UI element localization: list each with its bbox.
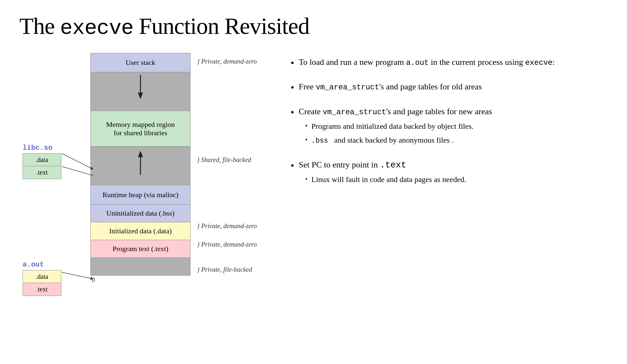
segment-gray-mid (90, 147, 190, 185)
segment-initialized-data: Initialized data (.data) (90, 222, 190, 240)
aout-text-segment: .text (23, 283, 61, 296)
right-labels: } Private, demand-zero } Shared, file-ba… (197, 53, 281, 284)
bullet-3: • Create vm_area_struct's and page table… (291, 106, 608, 148)
memory-map: User stack Memory mapped regionfor share… (90, 53, 190, 284)
svg-marker-3 (138, 151, 143, 157)
sub-bullet-3-1-text: Programs and initialized data backed by … (311, 121, 474, 132)
bullet-3-sub: • Programs and initialized data backed b… (305, 121, 608, 146)
bullet-2-dot: • (291, 80, 294, 95)
bullet-1-dot: • (291, 56, 294, 70)
bullet-4: • Set PC to entry point in .text • Linux… (291, 159, 608, 188)
label-bss: } Private, demand-zero (197, 241, 257, 248)
label-file-backed: } Private, file-backed (197, 266, 252, 273)
svg-line-5 (62, 167, 93, 176)
bullet-2: • Free vm_area_struct's and page tables … (291, 81, 608, 95)
bullet-1: • To load and run a new program a.out in… (291, 56, 608, 70)
libc-text-segment: .text (23, 166, 61, 179)
svg-marker-1 (138, 93, 143, 99)
label-shared: } Shared, file-backed (197, 156, 251, 164)
bullet-3-dot: • (291, 105, 294, 120)
bullet-1-text: To load and run a new program a.out in t… (299, 56, 608, 69)
bullet-2-text: Free vm_area_struct's and page tables fo… (299, 81, 608, 93)
libc-data-segment: .data (23, 153, 61, 166)
title-mono: execve (60, 16, 133, 40)
segment-gray-top (90, 72, 190, 111)
aout-data-segment: .data (23, 270, 61, 283)
libc-title: libc.so (23, 144, 61, 152)
segment-runtime-heap: Runtime heap (via malloc) (90, 185, 190, 205)
bullets-section: • To load and run a new program a.out in… (291, 53, 608, 198)
segment-program-text: Program text (.text) (90, 240, 190, 258)
diagram-area: libc.so .data .text a.out .data .text Us… (19, 53, 271, 284)
zero-label: 0 (90, 276, 190, 284)
sub-bullet-3-2-text: .bss and stack backed by anonymous files… (311, 135, 454, 146)
bullet-4-text: Set PC to entry point in .text • Linux w… (299, 159, 608, 188)
label-heap: } Private, demand-zero (197, 222, 257, 230)
sub-bullet-4-1: • Linux will fault in code and data page… (305, 174, 608, 185)
segment-gray-bottom (90, 258, 190, 276)
segment-shared-libraries: Memory mapped regionfor shared libraries (90, 111, 190, 147)
segment-bss: Uninitialized data (.bss) (90, 205, 190, 222)
sub-bullet-3-1: • Programs and initialized data backed b… (305, 121, 608, 132)
sub-bullet-3-2: • .bss and stack backed by anonymous fil… (305, 135, 608, 146)
aout-title: a.out (23, 261, 61, 269)
page-title: The execve Function Revisited (19, 13, 608, 40)
bullet-4-dot: • (291, 158, 294, 173)
svg-line-6 (62, 272, 93, 279)
title-suffix: Function Revisited (133, 13, 309, 39)
bullet-4-sub: • Linux will fault in code and data page… (305, 174, 608, 185)
title-prefix: The (19, 13, 60, 39)
content-area: libc.so .data .text a.out .data .text Us… (19, 53, 608, 284)
svg-line-4 (62, 154, 93, 169)
libc-box: libc.so .data .text (23, 144, 61, 179)
bullet-3-text: Create vm_area_struct's and page tables … (299, 106, 608, 148)
aout-box: a.out .data .text (23, 261, 61, 296)
label-user-stack: } Private, demand-zero (197, 58, 257, 65)
segment-user-stack: User stack (90, 53, 190, 72)
sub-bullet-4-1-text: Linux will fault in code and data pages … (311, 174, 466, 185)
